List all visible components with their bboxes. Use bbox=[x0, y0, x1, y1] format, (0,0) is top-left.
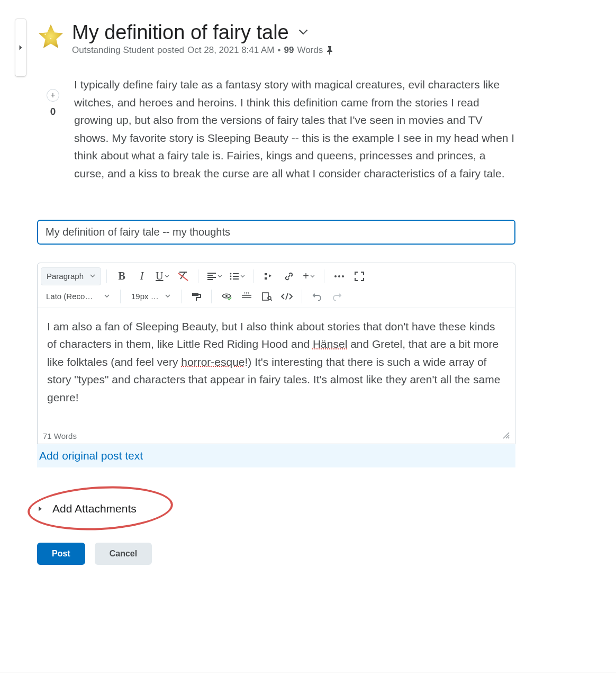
word-count-button[interactable]: 123 bbox=[237, 287, 256, 305]
post-body: I typically define fairy tale as a fanta… bbox=[74, 76, 515, 183]
svg-point-1 bbox=[54, 31, 55, 32]
editor-toolbar: Paragraph B I U bbox=[38, 263, 515, 308]
svg-point-4 bbox=[230, 273, 231, 274]
clear-format-icon bbox=[177, 271, 189, 282]
insert-media-button[interactable] bbox=[259, 267, 278, 285]
caret-right-icon bbox=[38, 506, 43, 512]
media-icon bbox=[264, 272, 274, 281]
vote-count: 0 bbox=[50, 106, 56, 118]
underline-button[interactable]: U bbox=[152, 267, 172, 285]
editor-content[interactable]: I am also a fan of Sleeping Beauty, but … bbox=[38, 308, 515, 444]
align-button[interactable] bbox=[204, 267, 225, 285]
ellipsis-icon bbox=[334, 275, 345, 278]
redo-button[interactable] bbox=[328, 287, 347, 305]
chevron-down-icon bbox=[298, 29, 308, 35]
link-icon bbox=[284, 271, 294, 282]
word-count-icon: 123 bbox=[241, 292, 252, 301]
font-select[interactable]: Lato (Recom… bbox=[41, 287, 115, 305]
paint-roller-icon bbox=[191, 292, 202, 301]
post-title: My definition of fairy tale bbox=[72, 21, 289, 44]
add-attachments-toggle[interactable]: Add Attachments bbox=[37, 497, 515, 520]
chevron-down-icon bbox=[104, 294, 110, 298]
chevron-down-icon bbox=[90, 274, 95, 278]
svg-point-7 bbox=[334, 275, 337, 277]
format-painter-button[interactable] bbox=[187, 287, 206, 305]
spell-error-hansel: Hänsel bbox=[313, 338, 347, 350]
more-actions-button[interactable] bbox=[330, 267, 349, 285]
posted-label: posted bbox=[157, 45, 184, 56]
pin-icon bbox=[326, 46, 333, 55]
bullet-list-icon bbox=[230, 273, 239, 280]
svg-point-0 bbox=[44, 33, 46, 35]
svg-point-6 bbox=[230, 278, 231, 280]
preview-button[interactable] bbox=[257, 287, 276, 305]
bold-button[interactable]: B bbox=[112, 267, 131, 285]
post-timestamp: Oct 28, 2021 8:41 AM bbox=[187, 45, 274, 56]
source-code-button[interactable] bbox=[277, 287, 296, 305]
list-button[interactable] bbox=[227, 267, 248, 285]
post-button[interactable]: Post bbox=[37, 543, 85, 565]
accessibility-check-button[interactable] bbox=[217, 287, 236, 305]
reply-subject-input[interactable] bbox=[37, 220, 515, 245]
font-label: Lato (Recom… bbox=[46, 292, 98, 301]
redo-icon bbox=[332, 292, 342, 301]
post-word-count: 99 bbox=[284, 45, 294, 56]
spell-error-horror: horror-esque bbox=[181, 356, 244, 368]
cancel-button[interactable]: Cancel bbox=[95, 543, 152, 565]
svg-point-8 bbox=[338, 275, 340, 277]
chevron-right-icon bbox=[19, 44, 23, 51]
svg-text:123: 123 bbox=[244, 292, 250, 295]
chevron-down-icon bbox=[165, 275, 169, 278]
insert-link-button[interactable] bbox=[279, 267, 298, 285]
rich-text-editor: Paragraph B I U bbox=[37, 263, 515, 444]
editor-word-count: 71 Words bbox=[43, 431, 77, 440]
eye-check-icon bbox=[221, 292, 232, 301]
font-size-label: 19px … bbox=[131, 292, 159, 301]
upvote-button[interactable]: + bbox=[47, 89, 59, 102]
font-size-select[interactable]: 19px … bbox=[126, 287, 176, 305]
expand-icon bbox=[355, 272, 364, 281]
page-search-icon bbox=[261, 292, 272, 301]
code-icon bbox=[280, 293, 293, 300]
format-label: Paragraph bbox=[47, 272, 84, 281]
svg-rect-13 bbox=[262, 293, 268, 300]
undo-button[interactable] bbox=[307, 287, 327, 305]
add-original-post-link[interactable]: Add original post text bbox=[37, 444, 515, 467]
svg-point-2 bbox=[50, 38, 51, 39]
italic-button[interactable]: I bbox=[132, 267, 151, 285]
add-attachments-label: Add Attachments bbox=[52, 502, 137, 515]
resize-handle[interactable] bbox=[501, 430, 510, 440]
star-avatar-icon bbox=[37, 23, 65, 51]
post-actions-dropdown[interactable] bbox=[298, 28, 308, 38]
svg-point-5 bbox=[230, 275, 231, 277]
chevron-down-icon bbox=[218, 275, 222, 278]
clear-format-button[interactable] bbox=[174, 267, 193, 285]
insert-more-button[interactable]: + bbox=[300, 267, 319, 285]
post-author: Outstanding Student bbox=[72, 45, 154, 56]
chevron-down-icon bbox=[165, 294, 170, 298]
undo-icon bbox=[312, 292, 322, 301]
svg-rect-10 bbox=[192, 293, 198, 296]
word-count-label: Words bbox=[297, 45, 323, 56]
post-meta: Outstanding Student posted Oct 28, 2021 … bbox=[72, 45, 515, 56]
svg-point-11 bbox=[225, 295, 228, 297]
svg-point-9 bbox=[342, 275, 344, 277]
chevron-down-icon bbox=[310, 275, 315, 278]
format-select[interactable]: Paragraph bbox=[41, 267, 101, 285]
fullscreen-button[interactable] bbox=[350, 267, 369, 285]
collapse-sidebar-button[interactable] bbox=[15, 19, 26, 77]
chevron-down-icon bbox=[240, 275, 245, 278]
svg-point-3 bbox=[48, 41, 49, 42]
resize-icon bbox=[501, 430, 510, 439]
align-left-icon bbox=[207, 273, 216, 280]
